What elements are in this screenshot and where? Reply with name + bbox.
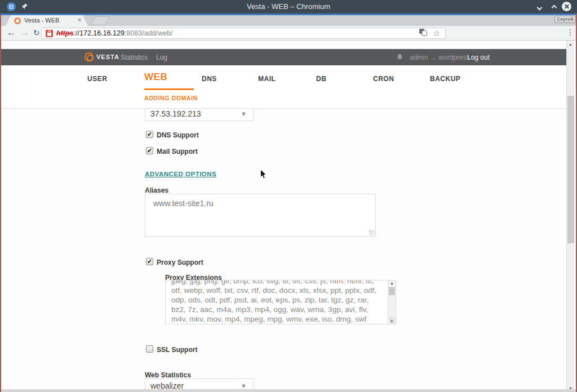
proxy-extensions-textarea[interactable]: jpeg, jpg, png, gif, bmp, ico, svg, tif,… [165, 280, 396, 324]
tab-dns[interactable]: DNS [202, 75, 217, 83]
scrollbar-thumb[interactable] [389, 287, 395, 295]
window-title: Vesta - WEB – Chromium [0, 2, 577, 11]
browser-menu-icon[interactable]: ⋮ [566, 28, 574, 37]
proxy-support-label: Proxy Support [157, 259, 203, 266]
url-path: :8083/add/web/ [125, 29, 173, 37]
window-border-left [0, 14, 1, 392]
vesta-logo-icon [85, 52, 94, 61]
tab-close-icon[interactable]: × [78, 16, 81, 23]
resize-grip-icon[interactable] [369, 230, 375, 235]
tab-user[interactable]: USER [87, 75, 107, 83]
vesta-logo-text: VESTA [96, 54, 119, 60]
address-bar[interactable]: https://172.16.16.129:8083/add/web/ ☆ [41, 28, 446, 39]
scroll-up-icon[interactable]: ▲ [567, 42, 574, 46]
tab-db[interactable]: DB [316, 75, 326, 83]
scrollbar-thumb[interactable] [567, 96, 574, 243]
ip-select-value: 37.53.192.213 [150, 109, 201, 118]
maximize-button[interactable] [548, 2, 560, 12]
insecure-lock-icon[interactable] [46, 30, 53, 37]
vesta-logo: VESTA [85, 52, 119, 61]
web-statistics-label: Web Statistics [145, 371, 191, 379]
tab-cron[interactable]: CRON [373, 75, 394, 83]
window-titlebar: Vesta - WEB – Chromium [0, 0, 577, 14]
aliases-textarea[interactable]: www.test-site1.ru [145, 194, 376, 237]
bell-icon[interactable] [397, 54, 403, 61]
mail-support-label: Mail Support [157, 148, 198, 155]
minimize-button[interactable] [534, 2, 545, 12]
nav-statistics[interactable]: Statistics [121, 54, 148, 61]
url-scheme: https [56, 29, 74, 37]
resize-grip-icon[interactable] [389, 318, 395, 323]
user-breadcrumb[interactable]: admin → wordpress [410, 54, 470, 61]
browser-tab[interactable]: Vesta - WEB × [6, 15, 88, 26]
dns-support-checkbox[interactable]: ✔ [146, 131, 153, 138]
check-icon: ✔ [147, 131, 152, 137]
nav-log[interactable]: Log [156, 54, 167, 61]
window-border-bottom [1, 389, 576, 392]
mail-support-checkbox[interactable]: ✔ [146, 147, 153, 154]
page-title: ADDING DOMAIN [144, 95, 198, 101]
vesta-navbar: VESTA Statistics Log admin → wordpress L… [0, 49, 566, 65]
proxy-support-checkbox[interactable]: ✔ [146, 258, 153, 265]
aliases-value: www.test-site1.ru [153, 199, 214, 208]
chevron-down-icon [536, 5, 542, 11]
mouse-cursor [260, 169, 267, 180]
url-host: ://172.16.16.129 [74, 29, 125, 37]
chevron-up-icon [551, 5, 557, 11]
ssl-support-checkbox[interactable] [146, 345, 153, 353]
dns-support-label: DNS Support [157, 131, 199, 139]
vesta-header: USER WEB DNS MAIL DB CRON BACKUP ADDING … [0, 65, 566, 109]
check-icon: ✔ [147, 258, 152, 265]
check-icon: ✔ [147, 147, 152, 154]
logout-link[interactable]: Log out [467, 54, 490, 61]
window-accent-line [0, 14, 577, 15]
translate-icon[interactable] [419, 28, 427, 38]
scroll-up-icon[interactable]: ▲ [388, 281, 396, 285]
advanced-options-link[interactable]: ADVANCED OPTIONS [145, 171, 216, 177]
tab-backup[interactable]: BACKUP [430, 75, 460, 83]
forward-button[interactable]: → [20, 28, 29, 38]
proxy-extensions-value: jpeg, jpg, png, gif, bmp, ico, svg, tif,… [171, 280, 384, 324]
browser-tabbar: Vesta - WEB × [1, 15, 576, 26]
new-tab-button[interactable] [91, 16, 110, 25]
browser-toolbar: ← → ↻ https://172.16.16.129:8083/add/web… [1, 26, 576, 41]
aliases-label: Aliases [145, 186, 168, 194]
tab-mail[interactable]: MAIL [258, 75, 276, 83]
bookmark-star-icon[interactable]: ☆ [433, 29, 440, 38]
vesta-favicon [14, 17, 21, 24]
tab-web[interactable]: WEB [144, 72, 167, 83]
close-button[interactable] [562, 2, 571, 11]
chromium-window: Vesta - WEB – Chromium Vesta - WEB × Сер… [0, 0, 577, 392]
overlay-button[interactable]: Сергей [554, 16, 576, 23]
active-tab-underline [144, 88, 194, 90]
chevron-down-icon: ▼ [241, 107, 247, 121]
browser-scrollbar[interactable]: ▲ ▼ [566, 41, 574, 392]
reload-button[interactable]: ↻ [33, 28, 40, 37]
back-button[interactable]: ← [7, 28, 16, 38]
ssl-support-label: SSL Support [157, 346, 197, 354]
tab-title: Vesta - WEB [24, 17, 59, 24]
